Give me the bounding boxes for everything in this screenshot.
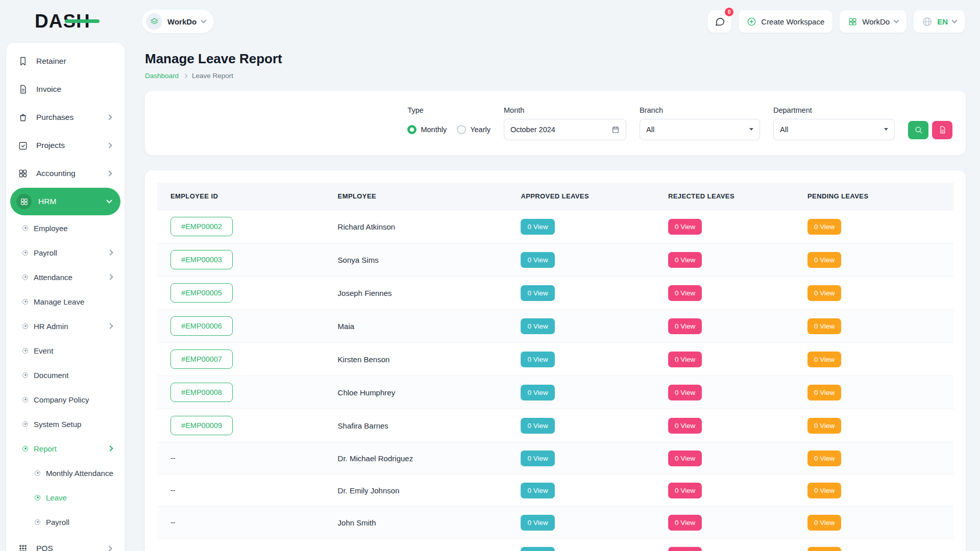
pending-leaves-badge[interactable]: 0 View <box>807 450 841 466</box>
monthly-radio[interactable]: Monthly <box>407 125 447 134</box>
chevron-right-icon <box>107 323 113 329</box>
pending-leaves-badge[interactable]: 0 View <box>807 418 841 434</box>
rejected-leaves-badge[interactable]: 0 View <box>668 252 702 268</box>
approved-leaves-badge[interactable]: 0 View <box>521 318 554 334</box>
sidebar-item-attendance[interactable]: Attendance <box>9 265 121 289</box>
filter-card: Type Monthly Yearly Month October 2024 B… <box>145 91 966 155</box>
workspace-chip[interactable]: WorkDo <box>142 10 214 33</box>
breadcrumb-dashboard-link[interactable]: Dashboard <box>145 72 179 80</box>
rejected-leaves-badge[interactable]: 0 View <box>668 483 702 498</box>
approved-leaves-badge[interactable]: 0 View <box>521 418 554 434</box>
rejected-leaves-badge[interactable]: 0 View <box>668 418 702 434</box>
approved-leaves-badge[interactable]: 0 View <box>521 219 554 235</box>
sidebar-item-invoice[interactable]: Invoice <box>10 76 120 103</box>
approved-leaves-badge[interactable]: 0 View <box>521 252 554 268</box>
sidebar-item-hrm[interactable]: HRM <box>10 188 120 215</box>
logo-accent-bar <box>65 19 100 23</box>
sidebar-item-pos[interactable]: POS <box>10 535 120 551</box>
yearly-radio[interactable]: Yearly <box>457 125 491 134</box>
sidebar-item-hr-admin[interactable]: HR Admin <box>9 314 121 338</box>
bullet-icon <box>35 519 40 525</box>
grid-icon <box>848 17 857 27</box>
sidebar-item-projects[interactable]: Projects <box>10 132 120 159</box>
employee-id-button[interactable]: #EMP00005 <box>170 283 233 303</box>
sidebar-item-manage-leave[interactable]: Manage Leave <box>9 289 121 314</box>
employee-id-button[interactable]: #EMP00008 <box>170 383 233 402</box>
branch-filter-group: Branch All <box>640 106 760 140</box>
pending-leaves-badge[interactable]: 0 View <box>807 483 841 498</box>
sidebar-item-report-payroll[interactable]: Payroll <box>9 510 121 534</box>
pending-leaves-badge[interactable]: 0 View <box>807 547 841 551</box>
bullet-icon <box>35 470 40 476</box>
sidebar-item-accounting[interactable]: Accounting <box>10 160 120 187</box>
breadcrumb: Dashboard Leave Report <box>145 72 966 80</box>
sidebar-item-retainer[interactable]: Retainer <box>10 47 120 75</box>
pending-leaves-badge[interactable]: 0 View <box>807 515 841 531</box>
sidebar-item-system-setup[interactable]: System Setup <box>9 412 121 436</box>
pending-leaves-badge[interactable]: 0 View <box>807 219 841 235</box>
rejected-leaves-badge[interactable]: 0 View <box>668 385 702 400</box>
employee-id-button[interactable]: #EMP00003 <box>170 250 233 269</box>
sidebar-item-label: Employee <box>34 224 68 233</box>
rejected-leaves-badge[interactable]: 0 View <box>668 547 702 551</box>
sidebar-item-label: Monthly Attendance <box>46 469 113 478</box>
rejected-leaves-badge[interactable]: 0 View <box>668 352 702 367</box>
employee-name: Sonya Sims <box>325 243 508 277</box>
sidebar-item-leave[interactable]: Leave <box>9 485 121 510</box>
export-button[interactable] <box>932 121 952 139</box>
rejected-leaves-badge[interactable]: 0 View <box>668 285 702 301</box>
approved-leaves-badge[interactable]: 0 View <box>521 352 554 367</box>
approved-leaves-badge[interactable]: 0 View <box>521 450 554 466</box>
sidebar-item-event[interactable]: Event <box>9 338 121 363</box>
rejected-leaves-badge[interactable]: 0 View <box>668 219 702 235</box>
pending-leaves-badge[interactable]: 0 View <box>807 252 841 268</box>
table-row: -- Dr. Emily Johnson 0 View 0 View 0 Vie… <box>157 474 953 507</box>
plus-circle-icon <box>747 17 756 27</box>
sidebar-item-employee[interactable]: Employee <box>9 216 121 240</box>
table-row: #EMP00005 Joseph Fiennes 0 View 0 View 0… <box>157 277 953 310</box>
department-select[interactable]: All <box>773 119 895 140</box>
rejected-leaves-badge[interactable]: 0 View <box>668 515 702 531</box>
sidebar-item-label: Invoice <box>36 85 61 94</box>
employee-id-cell: -- <box>170 513 176 532</box>
approved-leaves-badge[interactable]: 0 View <box>521 385 554 400</box>
chevron-right-icon <box>183 73 187 78</box>
employee-id-button[interactable]: #EMP00009 <box>170 416 233 435</box>
employee-name: Richard Atkinson <box>325 210 508 243</box>
dash-logo[interactable]: DASH <box>35 11 90 32</box>
create-workspace-button[interactable]: Create Workspace <box>739 10 832 33</box>
messages-button[interactable]: 0 <box>708 10 731 33</box>
bullet-icon <box>22 323 28 329</box>
search-button[interactable] <box>908 121 928 139</box>
department-value: All <box>780 126 788 134</box>
sidebar-item-monthly-attendance[interactable]: Monthly Attendance <box>9 461 121 485</box>
sidebar-item-purchases[interactable]: Purchases <box>10 104 120 131</box>
branch-select[interactable]: All <box>640 119 760 140</box>
workspace-menu-button[interactable]: WorkDo <box>840 10 906 33</box>
workspace-chip-label: WorkDo <box>167 17 197 26</box>
sidebar-item-document[interactable]: Document <box>9 363 121 387</box>
sidebar-item-company-policy[interactable]: Company Policy <box>9 387 121 412</box>
pending-leaves-badge[interactable]: 0 View <box>807 285 841 301</box>
approved-leaves-badge[interactable]: 0 View <box>521 483 554 498</box>
bullet-icon <box>22 372 28 378</box>
pending-leaves-badge[interactable]: 0 View <box>807 385 841 400</box>
sidebar-item-payroll[interactable]: Payroll <box>9 240 121 265</box>
layers-icon <box>150 17 159 26</box>
approved-leaves-badge[interactable]: 0 View <box>521 547 554 551</box>
employee-id-cell: -- <box>170 545 176 551</box>
pending-leaves-badge[interactable]: 0 View <box>807 352 841 367</box>
pending-leaves-badge[interactable]: 0 View <box>807 318 841 334</box>
table-row: #EMP00003 Sonya Sims 0 View 0 View 0 Vie… <box>157 243 953 277</box>
employee-id-button[interactable]: #EMP00002 <box>170 217 233 236</box>
approved-leaves-badge[interactable]: 0 View <box>521 285 554 301</box>
approved-leaves-badge[interactable]: 0 View <box>521 515 554 531</box>
employee-id-button[interactable]: #EMP00007 <box>170 349 233 369</box>
language-selector[interactable]: EN <box>914 10 965 33</box>
rejected-leaves-badge[interactable]: 0 View <box>668 450 702 466</box>
rejected-leaves-badge[interactable]: 0 View <box>668 318 702 334</box>
month-input[interactable]: October 2024 <box>504 119 626 140</box>
employee-id-button[interactable]: #EMP00006 <box>170 316 233 336</box>
sidebar-item-label: Company Policy <box>34 395 89 404</box>
sidebar-item-report[interactable]: Report <box>9 436 121 461</box>
